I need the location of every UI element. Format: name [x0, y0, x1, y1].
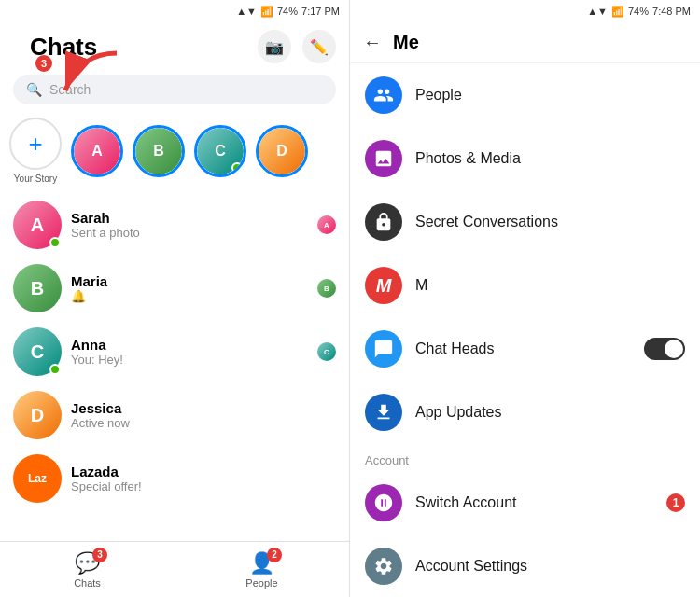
- people-icon: [365, 76, 402, 114]
- story-circle-1[interactable]: A: [71, 125, 123, 177]
- people-nav-icon: 👤 2: [249, 551, 274, 576]
- status-bar-left: ▲▼ 📶 74% 7:17 PM: [0, 0, 349, 22]
- status-wifi-left: 📶: [260, 6, 273, 18]
- story-item-1[interactable]: A: [71, 125, 123, 177]
- accountsettings-icon: [365, 548, 402, 585]
- meta-avatar-2: B: [317, 279, 336, 298]
- avatar-circle-4: D: [13, 391, 62, 439]
- chat-avatar-4: D: [13, 391, 62, 439]
- menu-item-secret[interactable]: Secret Conversations: [350, 190, 700, 254]
- menu-item-switchaccount[interactable]: Switch Account 1: [350, 471, 700, 535]
- story-circle-3[interactable]: C: [194, 125, 246, 177]
- chat-item-4[interactable]: D Jessica Active now: [0, 383, 349, 447]
- chat-avatar-3: C: [13, 327, 62, 376]
- search-icon: 🔍: [26, 82, 42, 97]
- compose-icon: ✏️: [310, 38, 329, 56]
- camera-button[interactable]: 📷: [258, 30, 291, 63]
- chat-item-5[interactable]: Laz Lazada Special offer!: [0, 447, 349, 510]
- accountsettings-label: Account Settings: [415, 558, 685, 575]
- left-header: 3 Chats 📷 ✏️: [0, 22, 349, 71]
- people-nav-label: People: [245, 577, 277, 589]
- online-dot-3: [49, 364, 61, 375]
- story-circle-4[interactable]: D: [256, 125, 308, 177]
- chat-avatar-2: B: [13, 264, 62, 312]
- chat-name-3: Anna: [71, 337, 308, 353]
- chat-info-1: Sarah Sent a photo: [71, 210, 308, 240]
- status-time-right: 7:48 PM: [652, 6, 691, 17]
- appupdates-label: App Updates: [415, 404, 685, 421]
- chat-avatar-1: A: [13, 201, 62, 249]
- meta-avatar-1: A: [317, 215, 336, 234]
- m-icon: M: [365, 267, 402, 304]
- status-time-left: 7:17 PM: [301, 6, 340, 17]
- your-story-label: Your Story: [14, 174, 57, 184]
- story-item-2[interactable]: B: [133, 125, 185, 177]
- chat-item-3[interactable]: C Anna You: Hey! C: [0, 320, 349, 383]
- meta-avatar-3: C: [317, 342, 336, 361]
- left-panel: ▲▼ 📶 74% 7:17 PM 3 Chats 📷 ✏️: [0, 0, 350, 597]
- chat-info-3: Anna You: Hey!: [71, 337, 308, 367]
- search-bar[interactable]: 🔍 Search: [13, 75, 336, 104]
- chat-list: A Sarah Sent a photo A B Maria 🔔 B: [0, 193, 349, 541]
- status-wifi-right: 📶: [611, 6, 624, 18]
- menu-item-people[interactable]: People: [350, 63, 700, 127]
- story-avatar-2: B: [135, 128, 182, 174]
- story-circle-2[interactable]: B: [133, 125, 185, 177]
- bottom-nav: 💬 3 Chats 👤 2 People: [0, 541, 349, 597]
- chat-info-2: Maria 🔔: [71, 273, 308, 303]
- chat-preview-3: You: Hey!: [71, 353, 308, 367]
- compose-button[interactable]: ✏️: [302, 30, 336, 63]
- status-battery-right: 74%: [628, 6, 649, 17]
- avatar-circle-5: Laz: [13, 454, 62, 503]
- status-battery-left: 74%: [277, 6, 298, 17]
- avatar-circle-2: B: [13, 264, 62, 312]
- secret-label: Secret Conversations: [415, 214, 685, 230]
- menu-item-accountsettings[interactable]: Account Settings: [350, 535, 700, 597]
- add-story-circle[interactable]: +: [9, 118, 62, 170]
- header-icons: 📷 ✏️: [258, 30, 336, 63]
- status-signal-right: ▲▼: [587, 6, 608, 17]
- appupdates-icon: [365, 394, 402, 431]
- chatheads-icon: [365, 330, 402, 368]
- left-header-left: 3 Chats: [13, 33, 97, 62]
- photos-icon: [365, 140, 402, 177]
- menu-item-m[interactable]: M M: [350, 254, 700, 317]
- right-panel: ▲▼ 📶 74% 7:48 PM ← Me People Photos & Me…: [350, 0, 700, 597]
- chatheads-toggle[interactable]: [644, 338, 685, 360]
- back-button[interactable]: ←: [363, 32, 382, 53]
- chat-preview-1: Sent a photo: [71, 226, 308, 240]
- chat-meta-1: A: [317, 215, 336, 234]
- chatheads-label: Chat Heads: [415, 340, 631, 357]
- chats-nav-badge: 3: [92, 548, 107, 562]
- people-nav-badge: 2: [267, 548, 282, 562]
- nav-people[interactable]: 👤 2 People: [175, 546, 349, 594]
- switchaccount-label: Switch Account: [415, 494, 653, 511]
- status-bar-right: ▲▼ 📶 74% 7:48 PM: [350, 0, 700, 22]
- chat-item-1[interactable]: A Sarah Sent a photo A: [0, 193, 349, 257]
- story-avatar-4: D: [259, 128, 305, 174]
- chat-name-1: Sarah: [71, 210, 308, 226]
- right-title: Me: [393, 32, 419, 53]
- switchaccount-icon: [365, 484, 402, 521]
- story-item-4[interactable]: D: [256, 125, 308, 177]
- chat-meta-2: B: [317, 279, 336, 298]
- story-add[interactable]: + Your Story: [9, 118, 62, 184]
- menu-item-chatheads[interactable]: Chat Heads: [350, 317, 700, 381]
- chats-nav-label: Chats: [74, 577, 101, 589]
- online-indicator-3: [231, 162, 243, 174]
- status-signal-left: ▲▼: [236, 6, 257, 17]
- chat-preview-5: Special offer!: [71, 479, 336, 493]
- chats-nav-icon: 💬 3: [75, 551, 100, 576]
- add-icon: +: [28, 132, 42, 156]
- menu-item-photos[interactable]: Photos & Media: [350, 127, 700, 190]
- search-placeholder: Search: [49, 82, 91, 97]
- camera-icon: 📷: [265, 38, 284, 56]
- photos-label: Photos & Media: [415, 150, 685, 167]
- menu-item-appupdates[interactable]: App Updates: [350, 381, 700, 444]
- story-item-3[interactable]: C: [194, 125, 246, 177]
- nav-chats[interactable]: 💬 3 Chats: [0, 546, 175, 594]
- toggle-knob: [665, 340, 683, 358]
- online-dot-1: [49, 237, 61, 248]
- chat-item-2[interactable]: B Maria 🔔 B: [0, 257, 349, 320]
- chat-info-4: Jessica Active now: [71, 400, 336, 430]
